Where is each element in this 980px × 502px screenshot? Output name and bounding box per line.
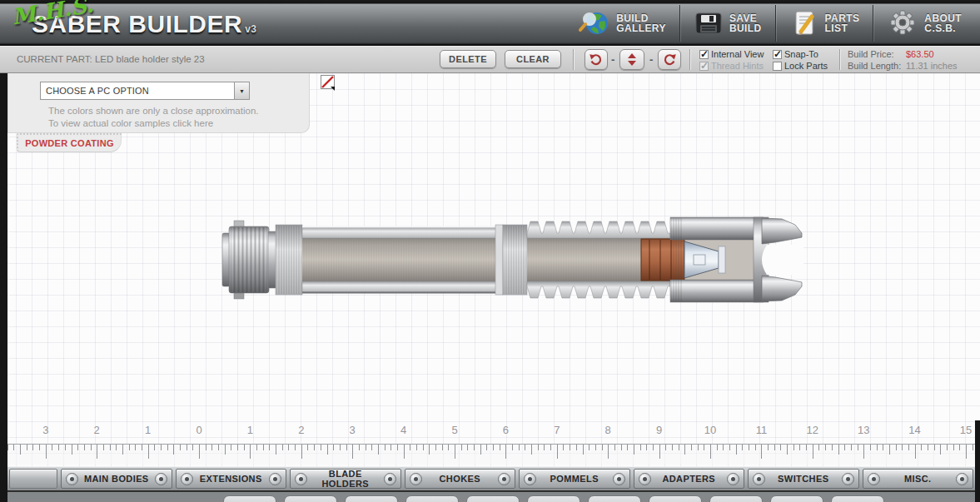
nudge-up-down-button[interactable] xyxy=(619,49,644,70)
stage-right-edge xyxy=(975,420,980,502)
category-scroll-right-icon[interactable] xyxy=(613,473,625,485)
ruler-tick xyxy=(371,445,372,450)
pc-color-note[interactable]: The colors shown are only a close approx… xyxy=(48,105,259,130)
build-gallery-button[interactable]: BUILDGALLERY xyxy=(565,5,679,42)
saber-body-collar[interactable] xyxy=(276,225,302,295)
ruler-number: 6 xyxy=(503,424,509,436)
saber-main-body[interactable] xyxy=(302,225,503,295)
category-extensions[interactable]: EXTENSIONS xyxy=(176,469,287,489)
part-thumbnail[interactable] xyxy=(284,495,337,502)
tab-powder-coating[interactable]: POWDER COATING xyxy=(17,133,122,152)
category-scroll-right-icon[interactable] xyxy=(842,473,854,485)
ruler-tick xyxy=(908,445,909,450)
checkbox-snap-to[interactable]: ✓Snap-To xyxy=(773,48,828,60)
checkbox-lock-parts[interactable]: Lock Parts xyxy=(773,60,828,72)
part-thumbnail[interactable] xyxy=(466,495,520,502)
category-scroll-left-icon[interactable] xyxy=(181,473,193,485)
category-scroll-left-icon[interactable] xyxy=(410,473,422,485)
ruler-tick xyxy=(13,445,14,450)
part-thumbnail[interactable] xyxy=(405,495,459,502)
ruler-tick xyxy=(480,445,481,455)
category-scroll-left-icon[interactable] xyxy=(524,473,536,485)
category-scroll-left-icon[interactable] xyxy=(66,473,78,485)
checkbox-thread-hints[interactable]: ✓Thread Hints xyxy=(699,60,764,72)
saber-render[interactable] xyxy=(221,213,803,306)
chevron-down-icon[interactable]: ▼ xyxy=(234,82,249,99)
ruler-tick xyxy=(858,445,858,450)
ruler-tick xyxy=(269,445,270,450)
ruler-tick xyxy=(423,445,424,450)
category-pommels[interactable]: POMMELS xyxy=(519,469,630,489)
save-build-button[interactable]: SAVEBUILD xyxy=(679,5,775,42)
ruler-tick xyxy=(65,445,66,450)
ruler-tick xyxy=(256,445,257,450)
ruler-tick xyxy=(883,445,883,450)
category-scroll-right-icon[interactable] xyxy=(498,473,510,485)
ruler-tick xyxy=(953,445,954,450)
rotate-ccw-button[interactable] xyxy=(585,49,608,70)
ruler-tick xyxy=(46,445,47,459)
category-misc-[interactable]: MISC. xyxy=(863,469,974,489)
category-adapters[interactable]: ADAPTERS xyxy=(634,469,745,489)
up-down-arrows-icon xyxy=(628,53,636,66)
pc-option-select[interactable]: CHOOSE A PC OPTION ▼ xyxy=(40,82,250,100)
no-color-swatch[interactable] xyxy=(321,75,335,89)
category-blade-holders[interactable]: BLADE HOLDERS xyxy=(290,469,401,489)
pc-note-line1: The colors shown are only a close approx… xyxy=(48,105,259,117)
part-thumbnail[interactable] xyxy=(527,495,580,502)
category-scroll-left-icon[interactable] xyxy=(295,473,307,485)
ruler-tick xyxy=(742,445,743,450)
ruler-tick xyxy=(416,445,417,450)
ruler-tick xyxy=(52,445,52,450)
checkbox-box[interactable]: ✓ xyxy=(773,50,782,59)
parts-list-button[interactable]: PARTSLIST xyxy=(775,5,873,42)
category-scroll-right-icon[interactable] xyxy=(956,473,968,485)
part-thumbnail[interactable] xyxy=(345,495,398,502)
ruler-tick xyxy=(621,445,622,450)
delete-button[interactable]: DELETE xyxy=(440,50,496,68)
ruler-tick xyxy=(231,445,231,450)
ruler-tick xyxy=(627,445,628,450)
checkbox-box[interactable]: ✓ xyxy=(699,50,709,59)
part-thumbnail[interactable] xyxy=(223,495,276,502)
category-scroll-left-icon[interactable] xyxy=(753,473,765,485)
saber-pommel[interactable] xyxy=(222,221,277,299)
category-scroll-right-icon[interactable] xyxy=(269,473,281,485)
checkbox-box[interactable]: ✓ xyxy=(699,62,709,71)
category-scroll-left-icon[interactable] xyxy=(639,473,651,485)
category-scroll-right-icon[interactable] xyxy=(155,473,167,485)
about-csb-button[interactable]: ABOUTC.S.B. xyxy=(873,5,975,42)
part-thumbnail[interactable] xyxy=(588,495,641,502)
clear-button[interactable]: CLEAR xyxy=(505,50,561,68)
build-price-value: $63.50 xyxy=(906,48,934,60)
rotate-cw-button[interactable] xyxy=(658,49,681,70)
ruler-tick xyxy=(774,445,775,450)
ruler-tick xyxy=(301,445,302,459)
saber-coupler[interactable] xyxy=(503,225,527,295)
part-thumbnail[interactable] xyxy=(831,495,884,502)
ruler-number: 15 xyxy=(960,424,972,436)
category-switches[interactable]: SWITCHES xyxy=(748,469,859,489)
category-scroll-right-icon[interactable] xyxy=(727,473,739,485)
ruler-tick xyxy=(276,445,276,455)
ruler-tick xyxy=(91,445,92,450)
category-chokes[interactable]: CHOKES xyxy=(405,469,516,489)
pc-note-link[interactable]: To view actual color samples click here xyxy=(48,117,259,130)
category-bar: MAIN BODIESEXTENSIONSBLADE HOLDERSCHOKES… xyxy=(7,466,975,492)
category-main-bodies[interactable]: MAIN BODIES xyxy=(61,469,172,489)
swatch-dropdown-corner-icon xyxy=(331,87,335,91)
category-scroll-right-icon[interactable] xyxy=(384,473,396,485)
ruler-tick xyxy=(736,445,737,455)
ruler-tick xyxy=(173,445,174,455)
checkbox-box[interactable] xyxy=(773,62,782,71)
ruler-tick xyxy=(391,445,391,450)
part-thumbnail[interactable] xyxy=(709,495,763,502)
checkbox-internal-view[interactable]: ✓Internal View xyxy=(699,48,764,60)
category-scroll-left-icon[interactable] xyxy=(868,473,880,485)
part-thumbnail[interactable] xyxy=(770,495,823,502)
part-thumbnail[interactable] xyxy=(649,495,702,502)
app-header: M.H.S. SABER BUILDERv3 BUILDGALLERY xyxy=(0,0,980,46)
ruler-tick xyxy=(672,445,673,450)
document-pencil-icon xyxy=(789,9,819,37)
checkbox-label: Internal View xyxy=(711,49,764,59)
